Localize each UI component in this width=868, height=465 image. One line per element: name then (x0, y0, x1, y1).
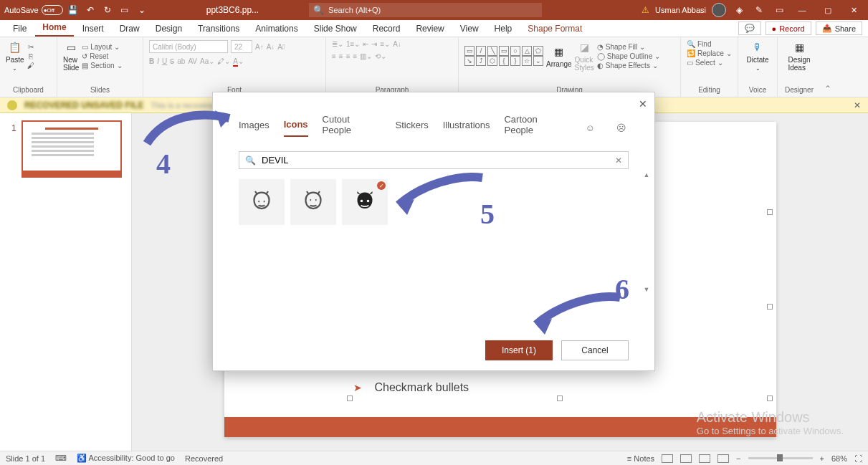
tab-design[interactable]: Design (148, 21, 189, 37)
outdent-icon[interactable]: ⇤ (363, 40, 368, 48)
shapes-gallery[interactable]: ▭/╲▭○△⬠ ↘⤴⬡{}☆⌄ (464, 46, 543, 66)
new-slide-button[interactable]: ▭New Slide (63, 40, 79, 72)
underline-icon[interactable]: U (162, 57, 167, 65)
font-size-combo[interactable]: 22 (231, 40, 252, 53)
cancel-button[interactable]: Cancel (561, 340, 629, 360)
tab-shape-format[interactable]: Shape Format (520, 21, 589, 37)
layout-button[interactable]: ▭ Layout ⌄ (82, 43, 120, 51)
clear-format-icon[interactable]: A⃠ (277, 43, 285, 51)
user-avatar-icon[interactable] (712, 3, 726, 17)
dtab-icons[interactable]: Icons (284, 119, 308, 137)
more-qat-icon[interactable]: ⌄ (135, 3, 149, 17)
format-painter-icon[interactable]: 🖌 (27, 62, 34, 69)
minimize-button[interactable]: — (792, 1, 812, 19)
notes-button[interactable]: ≡ Notes (627, 454, 654, 463)
linespacing-icon[interactable]: ≡⌄ (380, 40, 390, 48)
redo-icon[interactable]: ↻ (100, 3, 115, 17)
tab-transitions[interactable]: Transitions (191, 21, 247, 37)
normal-view-icon[interactable] (662, 454, 673, 463)
tab-view[interactable]: View (453, 21, 486, 37)
tool-icon[interactable]: ✎ (752, 3, 766, 17)
thumbnail-pane[interactable] (0, 113, 132, 451)
scroll-up-icon[interactable]: ▲ (644, 171, 650, 178)
icon-result-3-selected[interactable]: ✓ (342, 179, 388, 225)
quickstyles-button[interactable]: ◪Quick Styles (575, 40, 594, 72)
decrease-font-icon[interactable]: A↓ (267, 43, 275, 51)
tab-review[interactable]: Review (409, 21, 451, 37)
maximize-button[interactable]: ▢ (818, 1, 838, 19)
case-icon[interactable]: Aa⌄ (200, 57, 214, 65)
spacing-icon[interactable]: AV (188, 57, 197, 65)
tab-home[interactable]: Home (35, 19, 73, 37)
strike-icon[interactable]: S̶ (170, 57, 174, 65)
user-name[interactable]: Usman Abbasi (655, 6, 706, 14)
italic-icon[interactable]: I (157, 57, 159, 65)
undo-icon[interactable]: ↶ (83, 3, 97, 17)
dtab-stickers[interactable]: Stickers (396, 120, 429, 136)
indent-icon[interactable]: ⇥ (371, 40, 377, 48)
fit-to-window-icon[interactable]: ⛶ (854, 454, 862, 463)
zoom-in-icon[interactable]: + (820, 454, 824, 463)
lang-icon[interactable]: ⌨ (55, 454, 67, 463)
insert-button[interactable]: Insert (1) (485, 340, 553, 360)
diamond-icon[interactable]: ◈ (732, 3, 746, 17)
search-bar[interactable]: 🔍 (309, 3, 542, 17)
arrange-button[interactable]: ▦Arrange (546, 44, 572, 68)
clear-search-icon[interactable]: ✕ (615, 155, 622, 166)
dtab-illustrations[interactable]: Illustrations (443, 120, 490, 136)
copy-icon[interactable]: ⎘ (29, 52, 33, 60)
tab-animations[interactable]: Animations (248, 21, 305, 37)
tab-draw[interactable]: Draw (113, 21, 147, 37)
tab-file[interactable]: File (6, 21, 34, 37)
scroll-down-icon[interactable]: ▼ (644, 286, 650, 293)
highlight-icon[interactable]: 🖍⌄ (217, 57, 230, 65)
icon-result-2[interactable] (290, 179, 336, 225)
save-icon[interactable]: 💾 (66, 3, 80, 17)
dialog-close-icon[interactable]: ✕ (639, 98, 647, 110)
zoom-out-icon[interactable]: − (736, 454, 740, 463)
slide-thumbnail-1[interactable] (22, 120, 122, 178)
tab-record[interactable]: Record (366, 21, 408, 37)
autosave-state[interactable]: ● Off (42, 5, 63, 15)
ribbon-mode-icon[interactable]: ▭ (772, 3, 786, 17)
bold-icon[interactable]: B (149, 57, 154, 65)
justify-icon[interactable]: ≡ (353, 52, 358, 60)
zoom-slider[interactable] (748, 457, 813, 459)
share-button[interactable]: 📤 Share (816, 21, 862, 35)
align-left-icon[interactable]: ≡ (332, 52, 336, 60)
search-input[interactable] (328, 6, 538, 14)
autosave-toggle[interactable]: AutoSave ● Off (4, 5, 63, 15)
section-button[interactable]: ▤ Section ⌄ (82, 62, 122, 69)
reset-button[interactable]: ↺ Reset (82, 52, 108, 60)
shadow-icon[interactable]: ab (177, 57, 185, 65)
shape-fill-button[interactable]: ◔ Shape Fill ⌄ (597, 43, 645, 51)
recovery-close-icon[interactable]: ✕ (854, 100, 861, 110)
font-name-combo[interactable]: Calibri (Body) (149, 40, 228, 53)
shape-outline-button[interactable]: ◯ Shape Outline ⌄ (597, 52, 660, 60)
design-ideas-button[interactable]: ▦Design Ideas (783, 40, 815, 72)
textdir-icon[interactable]: ⟲⌄ (375, 52, 386, 60)
tab-slideshow[interactable]: Slide Show (307, 21, 364, 37)
frown-face-icon[interactable]: ☹ (614, 120, 629, 135)
comments-button[interactable]: 💬 (738, 21, 761, 35)
smile-face-icon[interactable]: ☺ (583, 120, 597, 135)
font-color-icon[interactable]: A⌄ (233, 57, 244, 65)
increase-font-icon[interactable]: A↑ (255, 43, 264, 51)
dtab-images[interactable]: Images (239, 120, 270, 136)
cut-icon[interactable]: ✂ (28, 43, 34, 51)
align-center-icon[interactable]: ≡ (339, 52, 343, 60)
present-icon[interactable]: ▭ (118, 3, 132, 17)
columns-icon[interactable]: ▥⌄ (360, 52, 372, 60)
close-button[interactable]: ✕ (844, 1, 864, 19)
numbering-icon[interactable]: 1≡⌄ (346, 40, 360, 48)
bullets-icon[interactable]: ≣⌄ (332, 40, 343, 48)
replace-button[interactable]: 🔁 Replace ⌄ (687, 49, 732, 57)
find-button[interactable]: 🔍 Find (687, 40, 711, 48)
dtab-cutout[interactable]: Cutout People (323, 114, 381, 141)
collapse-ribbon-icon[interactable]: ⌃ (824, 84, 831, 94)
reading-view-icon[interactable] (699, 454, 710, 463)
dialog-search-input[interactable] (262, 155, 609, 166)
dialog-scrollbar[interactable]: ▲ ▼ (643, 171, 650, 293)
dictate-button[interactable]: 🎙Dictate⌄ (744, 40, 771, 72)
sort-icon[interactable]: A↓ (393, 40, 401, 48)
